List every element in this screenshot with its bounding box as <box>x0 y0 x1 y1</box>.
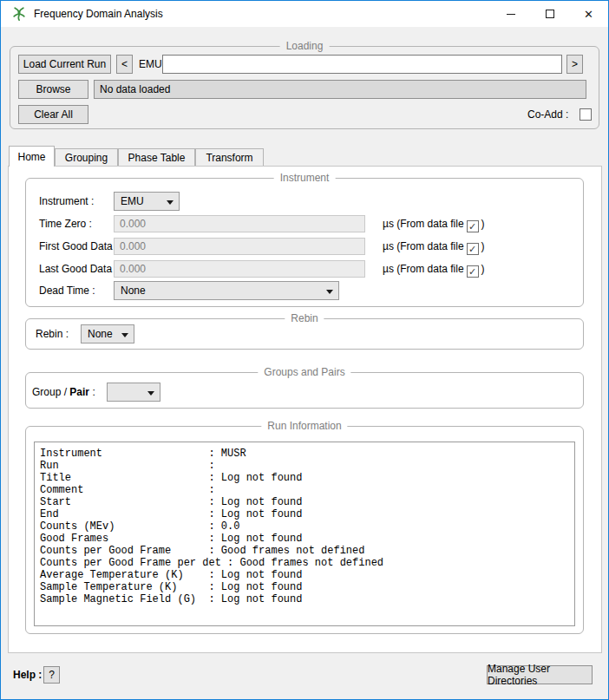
dead-time-label: Dead Time : <box>39 281 95 300</box>
group-pair-label: Group / Pair : <box>32 383 95 402</box>
tab-phase-table[interactable]: Phase Table <box>118 148 195 166</box>
instrument-legend: Instrument <box>274 172 336 185</box>
window-title: Frequency Domain Analysis <box>34 1 163 27</box>
instrument-label: Instrument : <box>39 192 94 211</box>
last-good-data-from-file-checkbox[interactable]: ✓ <box>467 265 479 278</box>
tab-grouping[interactable]: Grouping <box>55 148 118 166</box>
next-run-button[interactable]: > <box>566 55 583 74</box>
manage-user-directories-button[interactable]: Manage User Directories <box>487 665 593 684</box>
time-zero-label: Time Zero : <box>39 215 92 232</box>
instrument-prefix-label: EMU <box>139 55 162 74</box>
first-good-data-from-file-checkbox[interactable]: ✓ <box>467 243 479 255</box>
time-zero-field: 0.000 <box>114 215 365 232</box>
clear-all-button[interactable]: Clear All <box>18 105 88 124</box>
mantid-logo-icon <box>12 7 26 21</box>
close-icon: ✕ <box>584 9 593 20</box>
file-status-field: No data loaded <box>94 80 586 99</box>
rebin-combobox[interactable]: None <box>81 324 134 343</box>
dead-time-combobox[interactable]: None <box>114 281 339 300</box>
maximize-button[interactable] <box>530 1 569 27</box>
minimize-icon <box>507 14 515 15</box>
maximize-icon <box>546 10 554 18</box>
coadd-checkbox[interactable] <box>580 108 592 121</box>
tab-transform[interactable]: Transform <box>195 148 264 166</box>
rebin-legend: Rebin <box>285 312 324 325</box>
minimize-button[interactable] <box>491 1 530 27</box>
check-icon: ✓ <box>468 263 476 280</box>
tab-home[interactable]: Home <box>9 146 55 167</box>
rebin-label: Rebin : <box>36 324 69 343</box>
dropdown-arrow-icon <box>167 200 174 205</box>
run-information-textarea: Instrument : MUSR Run : Title : Log not … <box>34 442 575 626</box>
previous-run-button[interactable]: < <box>116 55 133 74</box>
loading-legend: Loading <box>280 40 330 53</box>
last-good-data-label: Last Good Data : <box>39 260 118 278</box>
instrument-combobox[interactable]: EMU <box>114 192 180 211</box>
first-good-data-unit-label: µs (From data file✓) <box>383 238 485 255</box>
check-icon: ✓ <box>468 240 476 258</box>
run-number-input[interactable] <box>162 55 562 74</box>
first-good-data-field: 0.000 <box>114 238 365 255</box>
window-titlebar[interactable]: Frequency Domain Analysis ✕ <box>1 1 608 27</box>
first-good-data-label: First Good Data : <box>39 238 118 255</box>
run-information-legend: Run Information <box>261 420 347 433</box>
dropdown-arrow-icon <box>147 391 154 396</box>
time-zero-unit-label: µs (From data file✓) <box>383 215 485 232</box>
dropdown-arrow-icon <box>121 333 128 337</box>
last-good-data-field: 0.000 <box>114 260 365 278</box>
check-icon: ✓ <box>468 218 476 235</box>
last-good-data-unit-label: µs (From data file✓) <box>383 260 485 278</box>
dropdown-arrow-icon <box>326 290 333 294</box>
run-information-groupbox: Run Information Instrument : MUSR Run : … <box>25 426 584 634</box>
browse-button[interactable]: Browse <box>18 80 88 99</box>
run-information-text: Instrument : MUSR Run : Title : Log not … <box>40 448 574 605</box>
time-zero-from-file-checkbox[interactable]: ✓ <box>467 220 479 232</box>
groups-pairs-legend: Groups and Pairs <box>258 366 350 379</box>
group-pair-combobox[interactable] <box>107 383 160 402</box>
load-current-run-button[interactable]: Load Current Run <box>18 55 111 74</box>
coadd-label: Co-Add : <box>527 105 568 124</box>
help-button[interactable]: ? <box>43 666 60 684</box>
frequency-domain-analysis-window: Frequency Domain Analysis ✕ Loading Load… <box>0 0 609 700</box>
close-button[interactable]: ✕ <box>569 1 608 27</box>
help-label: Help : <box>13 665 42 684</box>
